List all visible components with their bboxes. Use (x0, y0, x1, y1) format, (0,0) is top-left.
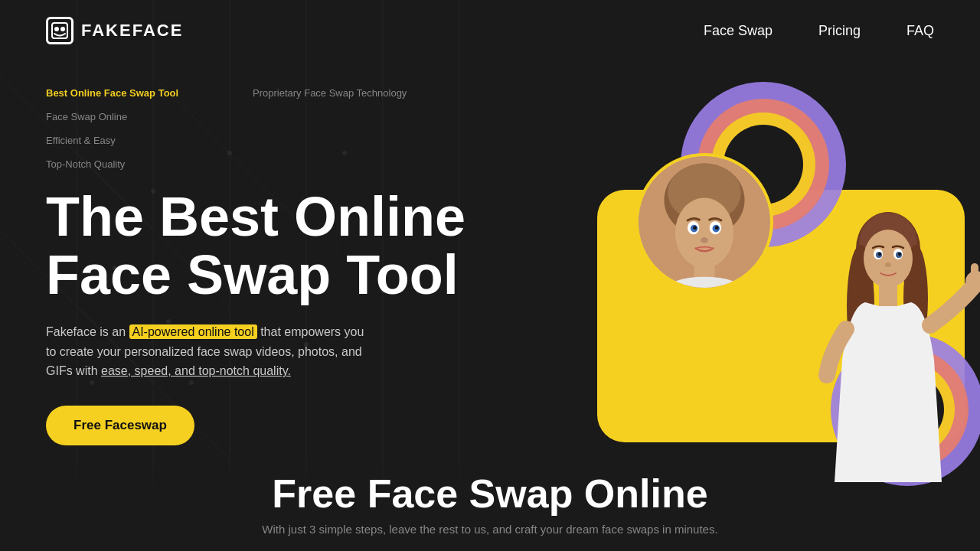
svg-point-57 (885, 262, 891, 267)
svg-point-26 (54, 27, 59, 31)
svg-point-35 (675, 197, 733, 268)
hero-heading: The Best Online Face Swap Tool (46, 188, 490, 304)
sidebar-item-2[interactable]: Proprietary Face Swap Technology (253, 84, 429, 102)
sidebar-item-7[interactable]: Top-Notch Quality (46, 155, 222, 173)
nav-link-face-swap[interactable]: Face Swap (704, 23, 773, 39)
sidebar-item-1[interactable]: Best Online Face Swap Tool (46, 84, 222, 102)
sidebar-item-5[interactable]: Efficient & Easy (46, 132, 222, 149)
svg-point-42 (701, 237, 708, 243)
sidebar-item-4[interactable] (253, 108, 429, 126)
nav-link-pricing[interactable]: Pricing (818, 23, 861, 39)
nav-link-faq[interactable]: FAQ (906, 23, 934, 39)
svg-point-40 (693, 226, 697, 230)
highlight-ai-tool: AI-powered online tool (129, 324, 257, 339)
highlight-quality: ease, speed, and top-notch quality. (101, 364, 291, 377)
sidebar-menu: Best Online Face Swap Tool Proprietary F… (46, 84, 429, 173)
svg-point-41 (715, 226, 719, 230)
hero-section: Best Online Face Swap Tool Proprietary F… (0, 61, 980, 551)
hero-description: Fakeface is an AI-powered online tool th… (46, 322, 368, 381)
svg-point-27 (60, 27, 65, 31)
woman-figure (781, 207, 980, 497)
svg-point-55 (878, 253, 881, 256)
svg-rect-58 (879, 283, 897, 306)
logo-icon (46, 17, 74, 44)
nav-links: Face Swap Pricing FAQ (704, 23, 934, 39)
sidebar-item-3[interactable]: Face Swap Online (46, 108, 222, 126)
svg-point-56 (898, 253, 901, 256)
svg-rect-60 (971, 263, 978, 285)
navigation: FAKEFACE Face Swap Pricing FAQ (0, 0, 980, 61)
bottom-description: With just 3 simple steps, leave the rest… (46, 523, 934, 536)
face-portrait (635, 153, 773, 291)
cta-faceswap-button[interactable]: Free Faceswap (46, 406, 194, 445)
svg-point-50 (864, 230, 913, 288)
sidebar-item-6[interactable] (253, 132, 429, 149)
logo[interactable]: FAKEFACE (46, 17, 183, 44)
